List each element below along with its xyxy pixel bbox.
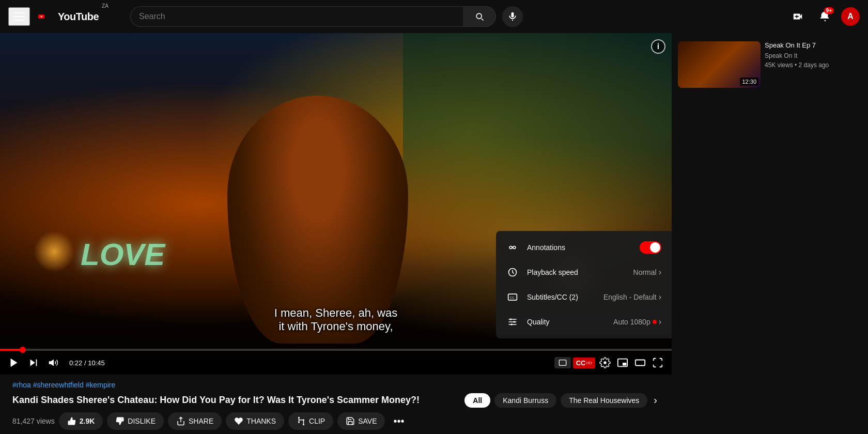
playback-svg bbox=[507, 267, 518, 277]
video-title-row: Kandi Shades Sheree's Chateau: How Did Y… bbox=[0, 391, 672, 409]
video-neon-sign: LOVE bbox=[81, 237, 165, 272]
mic-button[interactable] bbox=[502, 6, 523, 27]
dislike-icon bbox=[115, 416, 125, 426]
playback-chevron-icon: › bbox=[659, 268, 661, 277]
thanks-button[interactable]: THANKS bbox=[226, 412, 284, 430]
video-buildings bbox=[403, 33, 672, 238]
controls-row: 0:22 / 10:45 CC HD bbox=[0, 355, 672, 375]
cc-label: CC bbox=[576, 359, 586, 367]
like-icon bbox=[67, 416, 76, 426]
youtube-country: ZA bbox=[102, 3, 109, 9]
time-display: 0:22 / 10:45 bbox=[69, 359, 105, 367]
clip-button[interactable]: CLIP bbox=[288, 412, 333, 430]
thumb-duration: 12:30 bbox=[740, 78, 758, 86]
svg-rect-15 bbox=[36, 360, 37, 366]
youtube-text: YouTube bbox=[58, 11, 99, 23]
cinema-toggle[interactable] bbox=[554, 357, 571, 368]
svg-rect-4 bbox=[795, 16, 799, 17]
annotations-setting[interactable]: Annotations bbox=[496, 235, 672, 260]
annotations-toggle[interactable] bbox=[640, 241, 661, 254]
subtitles-chevron-icon: › bbox=[659, 292, 661, 302]
topic-pills: All Kandi Burruss The Real Housewives › bbox=[464, 392, 659, 408]
youtube-logo[interactable]: YouTube ZA bbox=[38, 10, 109, 23]
save-icon bbox=[346, 416, 355, 426]
svg-rect-20 bbox=[636, 360, 645, 366]
create-button[interactable] bbox=[787, 6, 808, 27]
settings-icon bbox=[599, 357, 611, 368]
svg-text:CC: CC bbox=[510, 296, 514, 299]
miniplayer-icon bbox=[617, 357, 628, 368]
subtitles-icon: CC bbox=[506, 291, 519, 303]
sidebar-card-views-0: 45K views • 2 days ago bbox=[765, 61, 862, 69]
video-section: LOVE I mean, Sheree, ah, was it with Tyr… bbox=[0, 33, 672, 434]
sidebar-card-channel-0: Speak On It bbox=[765, 52, 862, 59]
svg-point-12 bbox=[511, 323, 513, 325]
video-info-button[interactable]: i bbox=[651, 39, 665, 54]
theater-icon bbox=[559, 359, 567, 367]
search-button[interactable] bbox=[463, 6, 496, 27]
svg-point-23 bbox=[303, 419, 304, 421]
play-icon bbox=[8, 357, 20, 368]
quality-setting[interactable]: Quality Auto 1080p › bbox=[496, 309, 672, 334]
mic-icon bbox=[507, 11, 518, 22]
svg-rect-2 bbox=[512, 12, 514, 18]
clip-icon bbox=[297, 416, 306, 426]
quality-chevron-icon: › bbox=[659, 317, 661, 327]
quality-svg bbox=[507, 317, 518, 327]
subtitles-label: Subtitles/CC (2) bbox=[527, 293, 595, 301]
notifications-button[interactable]: 9+ bbox=[814, 6, 835, 27]
cc-hd-badge: HD bbox=[586, 361, 592, 365]
search-input[interactable] bbox=[130, 6, 463, 27]
playback-speed-label: Playback speed bbox=[527, 268, 625, 276]
save-button[interactable]: SAVE bbox=[337, 412, 385, 430]
topic-kandi-button[interactable]: Kandi Burruss bbox=[494, 393, 556, 408]
dislike-button[interactable]: DISLIKE bbox=[107, 412, 164, 430]
svg-point-6 bbox=[513, 246, 516, 249]
volume-button[interactable] bbox=[45, 355, 61, 370]
quality-icon bbox=[506, 316, 519, 328]
like-button[interactable]: 2.9K bbox=[59, 412, 103, 430]
svg-point-22 bbox=[298, 422, 300, 423]
video-info-bar: #rhoa #shereewhtfield #kempire Kandi Sha… bbox=[0, 375, 672, 434]
topic-housewives-button[interactable]: The Real Housewives bbox=[561, 393, 647, 408]
quality-value: Auto 1080p › bbox=[613, 317, 661, 327]
thanks-icon bbox=[234, 416, 243, 426]
subtitle-line2: it with Tyrone's money, bbox=[278, 320, 393, 333]
svg-marker-16 bbox=[49, 360, 54, 366]
video-player[interactable]: LOVE I mean, Sheree, ah, was it with Tyr… bbox=[0, 33, 672, 375]
playback-speed-setting[interactable]: Playback speed Normal › bbox=[496, 260, 672, 285]
header-right: 9+ A bbox=[787, 6, 860, 27]
topics-chevron-button[interactable]: › bbox=[652, 392, 659, 408]
sidebar-thumbnail-0: 12:30 bbox=[678, 41, 761, 88]
video-title: Kandi Shades Sheree's Chateau: How Did Y… bbox=[12, 395, 456, 406]
video-hashtags[interactable]: #rhoa #shereewhtfield #kempire bbox=[12, 381, 115, 389]
progress-bar[interactable] bbox=[0, 349, 672, 351]
user-avatar[interactable]: A bbox=[841, 7, 860, 26]
share-button[interactable]: SHARE bbox=[168, 412, 222, 430]
subtitles-setting[interactable]: CC Subtitles/CC (2) English - Default › bbox=[496, 285, 672, 309]
search-icon bbox=[474, 11, 485, 22]
settings-button[interactable] bbox=[597, 355, 613, 370]
more-button[interactable]: ••• bbox=[389, 413, 408, 429]
header-left: YouTube ZA bbox=[8, 7, 122, 26]
play-pause-button[interactable] bbox=[6, 355, 22, 370]
quality-label: Quality bbox=[527, 318, 605, 326]
topic-all-button[interactable]: All bbox=[464, 393, 490, 408]
volume-icon bbox=[48, 357, 59, 368]
sidebar-card-info-0: Speak On It Ep 7 Speak On It 45K views •… bbox=[765, 41, 862, 88]
share-icon bbox=[176, 416, 185, 426]
header: YouTube ZA bbox=[0, 0, 868, 33]
skip-icon bbox=[28, 357, 39, 368]
svg-marker-13 bbox=[11, 359, 18, 367]
sidebar-card-0[interactable]: 12:30 Speak On It Ep 7 Speak On It 45K v… bbox=[676, 37, 864, 92]
create-icon bbox=[792, 11, 803, 22]
hamburger-button[interactable] bbox=[8, 7, 30, 26]
right-sidebar: 12:30 Speak On It Ep 7 Speak On It 45K v… bbox=[672, 33, 868, 434]
video-progress-area: 0:22 / 10:45 CC HD bbox=[0, 346, 672, 375]
cc-button[interactable]: CC HD bbox=[573, 358, 595, 368]
skip-button[interactable] bbox=[26, 355, 41, 370]
video-lights-left bbox=[34, 231, 75, 272]
theater-mode-button[interactable] bbox=[632, 355, 648, 370]
miniplayer-button[interactable] bbox=[615, 355, 630, 370]
fullscreen-button[interactable] bbox=[650, 355, 665, 370]
